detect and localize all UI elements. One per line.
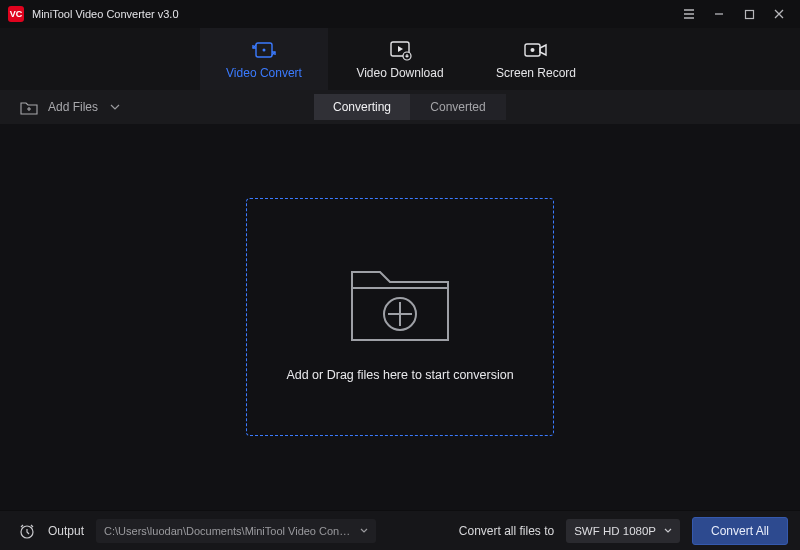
tab-converting[interactable]: Converting	[314, 94, 410, 120]
add-files-icon	[20, 100, 38, 115]
footer: Output C:\Users\luodan\Documents\MiniToo…	[0, 510, 800, 550]
toolbar: Add Files Converting Converted	[0, 90, 800, 124]
mode-label: Screen Record	[496, 66, 576, 80]
app-title: MiniTool Video Converter v3.0	[32, 8, 179, 20]
mode-screen-record[interactable]: Screen Record	[472, 28, 600, 90]
convert-all-button[interactable]: Convert All	[692, 517, 788, 545]
maximize-button[interactable]	[734, 0, 764, 28]
record-icon	[523, 39, 549, 61]
svg-point-2	[263, 48, 266, 51]
convert-icon	[252, 39, 276, 61]
output-path: C:\Users\luodan\Documents\MiniTool Video…	[104, 525, 354, 537]
convert-to-label: Convert all files to	[459, 524, 554, 538]
close-icon	[773, 8, 785, 20]
add-files-label: Add Files	[48, 100, 98, 114]
mode-label: Video Download	[356, 66, 443, 80]
add-files-button[interactable]: Add Files	[20, 100, 120, 115]
minimize-icon	[713, 8, 725, 20]
chevron-down-icon	[110, 103, 120, 111]
app-logo: VC	[8, 6, 24, 22]
chevron-down-icon	[360, 528, 368, 534]
format-selector[interactable]: SWF HD 1080P	[566, 519, 680, 543]
main-area: Add or Drag files here to start conversi…	[0, 124, 800, 510]
mode-video-download[interactable]: Video Download	[336, 28, 464, 90]
dropzone-message: Add or Drag files here to start conversi…	[286, 368, 513, 382]
mode-tabs: Video Convert Video Download Screen Reco…	[0, 28, 800, 90]
titlebar: VC MiniTool Video Converter v3.0	[0, 0, 800, 28]
tab-converted[interactable]: Converted	[410, 94, 506, 120]
chevron-down-icon	[664, 528, 672, 534]
mode-video-convert[interactable]: Video Convert	[200, 28, 328, 90]
download-icon	[388, 39, 412, 61]
format-value: SWF HD 1080P	[574, 525, 656, 537]
svg-rect-0	[745, 10, 753, 18]
dropzone[interactable]: Add or Drag files here to start conversi…	[246, 198, 554, 436]
mode-label: Video Convert	[226, 66, 302, 80]
clock-icon[interactable]	[18, 522, 36, 540]
menu-button[interactable]	[674, 0, 704, 28]
folder-add-icon	[340, 252, 460, 348]
output-path-selector[interactable]: C:\Users\luodan\Documents\MiniTool Video…	[96, 519, 376, 543]
status-tabs: Converting Converted	[314, 94, 506, 120]
close-button[interactable]	[764, 0, 794, 28]
menu-icon	[682, 7, 696, 21]
svg-point-6	[531, 48, 535, 52]
minimize-button[interactable]	[704, 0, 734, 28]
maximize-icon	[744, 9, 755, 20]
output-label: Output	[48, 524, 84, 538]
